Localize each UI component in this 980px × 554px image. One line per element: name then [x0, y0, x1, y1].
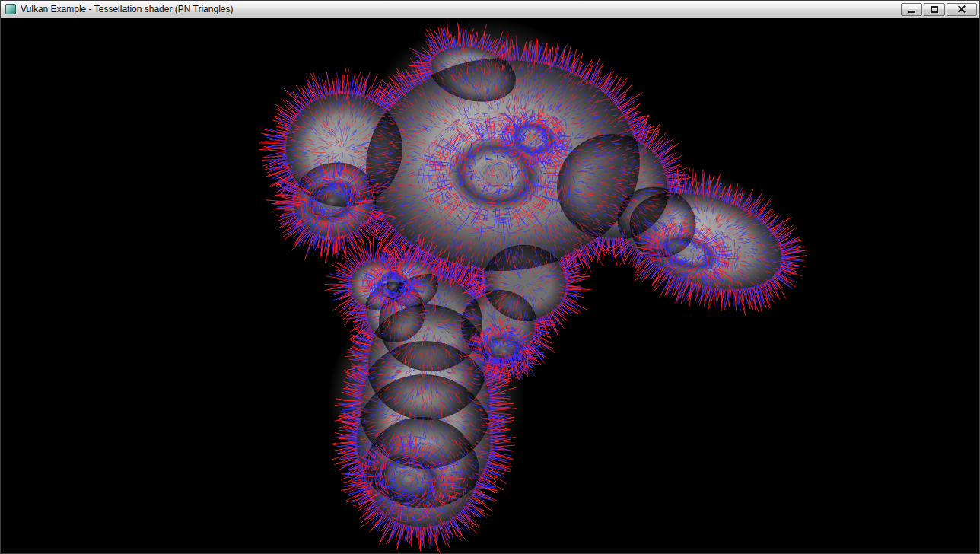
render-viewport-canvas[interactable]	[1, 18, 979, 553]
app-window: Vulkan Example - Tessellation shader (PN…	[0, 0, 980, 554]
vulkan-app-icon	[5, 4, 16, 14]
render-client-area	[1, 18, 979, 553]
window-title: Vulkan Example - Tessellation shader (PN…	[21, 5, 233, 14]
window-controls	[899, 3, 977, 16]
minimize-button[interactable]	[901, 3, 922, 16]
minimize-icon	[908, 11, 915, 13]
close-button[interactable]	[947, 3, 977, 16]
close-icon	[957, 5, 966, 14]
maximize-icon	[931, 6, 938, 13]
titlebar[interactable]: Vulkan Example - Tessellation shader (PN…	[1, 1, 979, 18]
maximize-button[interactable]	[924, 3, 945, 16]
